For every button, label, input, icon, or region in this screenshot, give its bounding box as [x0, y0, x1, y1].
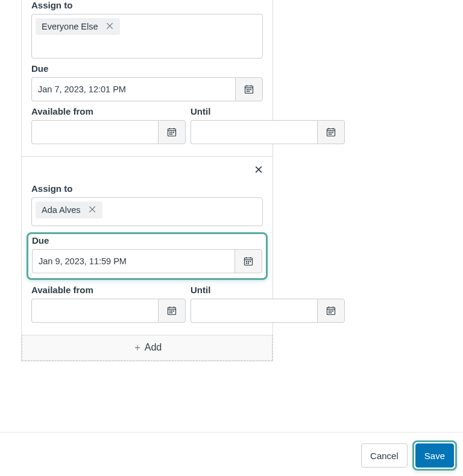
- svg-rect-26: [330, 134, 332, 135]
- svg-rect-44: [171, 313, 172, 314]
- svg-rect-51: [332, 311, 333, 312]
- available-from-label: Available from: [31, 285, 186, 295]
- svg-rect-8: [248, 91, 250, 92]
- add-label: Add: [145, 342, 162, 352]
- svg-rect-4: [247, 89, 248, 90]
- svg-rect-34: [246, 263, 247, 264]
- svg-rect-6: [250, 89, 251, 90]
- until-group: [191, 299, 345, 323]
- available-from-label: Available from: [31, 106, 186, 116]
- svg-rect-32: [248, 261, 249, 262]
- assignee-name: Everyone Else: [42, 22, 98, 31]
- footer-actions: Cancel Save: [361, 440, 457, 471]
- remove-section-button[interactable]: [254, 165, 263, 176]
- due-input[interactable]: [32, 249, 235, 273]
- svg-rect-49: [329, 311, 330, 312]
- assignment-panel: Assign to Everyone Else Due Available fr…: [21, 0, 273, 361]
- plus-icon: ＋: [133, 342, 142, 352]
- close-icon: [106, 22, 114, 30]
- until-input[interactable]: [191, 120, 317, 144]
- svg-rect-7: [247, 91, 248, 92]
- available-from-group: [31, 120, 186, 144]
- assignee-chip: Everyone Else: [36, 18, 120, 35]
- svg-rect-22: [329, 132, 330, 133]
- calendar-icon: [244, 256, 253, 266]
- assignment-section-everyone: Assign to Everyone Else Due Available fr…: [22, 0, 272, 156]
- close-icon: [254, 165, 263, 174]
- due-group: [31, 77, 263, 101]
- add-section-button[interactable]: ＋Add: [22, 335, 272, 361]
- until-calendar-button[interactable]: [317, 120, 345, 144]
- svg-rect-50: [330, 311, 332, 312]
- available-from-input[interactable]: [31, 299, 158, 323]
- svg-rect-17: [171, 134, 172, 135]
- svg-rect-23: [330, 132, 332, 133]
- due-label: Due: [31, 63, 263, 74]
- svg-rect-52: [329, 313, 330, 314]
- due-label: Due: [32, 235, 262, 246]
- svg-rect-53: [330, 313, 332, 314]
- available-calendar-button[interactable]: [158, 299, 186, 323]
- svg-rect-31: [246, 261, 247, 262]
- due-group: [32, 249, 262, 273]
- svg-rect-5: [248, 89, 250, 90]
- svg-rect-42: [173, 311, 174, 312]
- close-icon: [88, 205, 96, 214]
- available-calendar-button[interactable]: [158, 120, 186, 144]
- svg-rect-43: [169, 313, 171, 314]
- assignment-section-ada: Assign to Ada Alves Due Available from: [22, 156, 272, 335]
- assign-to-label: Assign to: [31, 183, 263, 194]
- svg-rect-14: [171, 132, 172, 133]
- svg-rect-16: [169, 134, 171, 135]
- svg-rect-13: [169, 132, 171, 133]
- calendar-icon: [167, 127, 177, 137]
- svg-rect-33: [250, 261, 251, 262]
- svg-rect-25: [329, 134, 330, 135]
- remove-assignee-icon[interactable]: [88, 205, 96, 215]
- due-input[interactable]: [31, 77, 235, 101]
- save-button[interactable]: Save: [415, 443, 454, 468]
- assignee-name: Ada Alves: [42, 205, 81, 215]
- save-highlight: Save: [412, 440, 457, 471]
- until-calendar-button[interactable]: [317, 299, 345, 323]
- svg-rect-40: [169, 311, 171, 312]
- due-calendar-button[interactable]: [235, 249, 262, 273]
- due-calendar-button[interactable]: [235, 77, 263, 101]
- calendar-icon: [244, 84, 254, 94]
- assign-to-input[interactable]: Everyone Else: [31, 14, 263, 59]
- assign-to-input[interactable]: Ada Alves: [31, 197, 263, 226]
- available-from-input[interactable]: [31, 120, 158, 144]
- calendar-icon: [167, 306, 177, 316]
- svg-rect-15: [173, 132, 174, 133]
- remove-assignee-icon[interactable]: [106, 22, 114, 31]
- available-from-group: [31, 299, 186, 323]
- svg-rect-35: [248, 263, 249, 264]
- until-input[interactable]: [191, 299, 317, 323]
- due-highlight: Due: [27, 232, 268, 280]
- until-label: Until: [191, 106, 345, 116]
- until-label: Until: [191, 285, 345, 295]
- assignee-chip: Ada Alves: [36, 202, 102, 218]
- cancel-button[interactable]: Cancel: [361, 443, 408, 468]
- assign-to-label: Assign to: [31, 0, 263, 10]
- svg-rect-41: [171, 311, 172, 312]
- footer-divider: [0, 432, 463, 433]
- svg-rect-24: [332, 132, 333, 133]
- calendar-icon: [326, 127, 336, 137]
- calendar-icon: [326, 306, 336, 316]
- until-group: [191, 120, 345, 144]
